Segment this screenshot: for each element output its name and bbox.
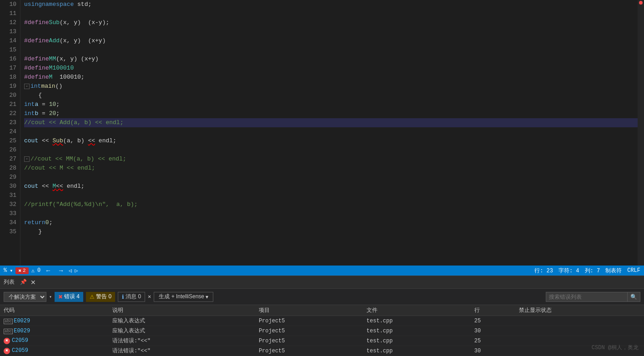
error-filter-button[interactable]: ✖ 错误 4 (55, 292, 83, 302)
error-code: C2059 (12, 347, 28, 354)
code-line-13[interactable] (24, 27, 638, 36)
scrollbar-right[interactable] (638, 0, 644, 266)
search-errors-button[interactable]: 🔍 (628, 292, 640, 302)
code-line-15[interactable] (24, 45, 638, 55)
pin-icon: 📌 (20, 279, 27, 286)
code-line-17[interactable]: #define M100010 (24, 64, 638, 73)
code-line-18[interactable]: #define M 100010; (24, 73, 638, 82)
error-row-3[interactable]: ✖C2059 语法错误:"<<" Project5 test.cpp 30 (0, 346, 644, 356)
info-circle-icon: ℹ (122, 294, 124, 300)
code-line-27[interactable]: -//cout << MM(a, b) << endl; (24, 155, 638, 164)
line-number-10: 10 (0, 0, 16, 9)
fold-19[interactable]: - (24, 84, 30, 89)
error-row-1[interactable]: abcE0029 应输入表达式 Project5 test.cpp 30 (0, 326, 644, 336)
error-project-cell: Project5 (255, 316, 363, 326)
line-number-12: 12 (0, 18, 16, 27)
line-number-30: 30 (0, 182, 16, 191)
error-code-cell: ✖C2059 (0, 346, 109, 356)
line-number-27: 27 (0, 155, 16, 164)
line-number-14: 14 (0, 36, 16, 45)
error-type-icon: ✖ (4, 338, 10, 344)
col-header-description: 说明 (109, 305, 255, 316)
warning-filter-button[interactable]: ⚠ 警告 0 (86, 292, 115, 302)
panel-header: 列表 📌 ✕ (0, 276, 644, 289)
line-number-28: 28 (0, 164, 16, 173)
dropdown-arrow-solution: ▾ (49, 294, 52, 300)
build-filter-button[interactable]: 生成 + IntelliSense ▾ (154, 292, 213, 302)
code-line-20[interactable]: { (24, 91, 638, 100)
close-panel-button[interactable]: ✕ (29, 279, 38, 286)
error-line-cell: 25 (471, 336, 515, 346)
line-number-18: 18 (0, 73, 16, 82)
line-number-15: 15 (0, 45, 16, 55)
back-button[interactable]: ← (43, 267, 53, 274)
code-line-31[interactable] (24, 191, 638, 200)
status-left: % ▾ ✖ 2 ⚠ 0 ← → ◁ ▷ (4, 267, 78, 274)
warning-filter-label: 警告 0 (96, 293, 111, 301)
error-code: C2059 (12, 337, 28, 344)
error-file-cell: test.cpp (363, 316, 471, 326)
error-line-cell: 30 (471, 326, 515, 336)
code-line-12[interactable]: #define Sub(x, y) (x-y); (24, 18, 638, 27)
warning-count: 0 (37, 267, 40, 274)
code-line-22[interactable]: int b = 20; (24, 109, 638, 118)
nav-arrow-left: ◁ (69, 267, 72, 274)
error-code-cell: abcE0029 (0, 326, 109, 336)
col-header-project: 项目 (255, 305, 363, 316)
code-container[interactable]: 1011121314151617181920212223242526272829… (0, 0, 644, 266)
error-project-cell: Project5 (255, 326, 363, 336)
search-errors-input[interactable] (546, 292, 628, 302)
code-line-10[interactable]: using namespace std; (24, 0, 638, 9)
code-lines[interactable]: using namespace std;#define Sub(x, y) (x… (20, 0, 638, 266)
code-line-14[interactable]: #define Add(x, y) (x+y) (24, 36, 638, 45)
warning-triangle-icon: ⚠ (90, 294, 95, 300)
code-line-26[interactable] (24, 145, 638, 155)
error-desc-cell: 语法错误:"<<" (109, 336, 255, 346)
solution-dropdown[interactable]: 个解决方案 (4, 292, 46, 302)
col-header-file: 文件 (363, 305, 471, 316)
error-suppress-cell (515, 326, 644, 336)
code-line-24[interactable] (24, 127, 638, 136)
char-info: 字符: 4 (558, 267, 579, 275)
code-line-33[interactable] (24, 209, 638, 218)
encoding-info: CRLF (627, 267, 640, 274)
code-line-19[interactable]: -int main() (24, 82, 638, 91)
error-code-cell: abcE0029 (0, 316, 109, 326)
line-info: 行: 23 (534, 267, 553, 275)
code-line-32[interactable]: //printf("Add(%d,%d)\n", a, b); (24, 200, 638, 209)
line-number-17: 17 (0, 64, 16, 73)
line-number-33: 33 (0, 209, 16, 218)
nav-arrow-right: ▷ (75, 267, 78, 274)
line-number-20: 20 (0, 91, 16, 100)
error-badge: ✖ 2 (15, 267, 28, 274)
code-line-30[interactable]: cout << M << endl; (24, 182, 638, 191)
code-line-28[interactable]: //cout << M << endl; (24, 164, 638, 173)
error-panel: 列表 📌 ✕ 个解决方案 ▾ ✖ 错误 4 ⚠ 警告 0 ℹ 消息 0 ✕ 生成… (0, 276, 644, 356)
code-line-34[interactable]: return 0; (24, 218, 638, 227)
status-right: 行: 23 字符: 4 列: 7 制表符 CRLF (534, 267, 640, 275)
abc-icon: abc (4, 319, 13, 324)
code-line-16[interactable]: #define MM(x, y) (x+y) (24, 55, 638, 64)
percent-indicator: % (4, 267, 7, 274)
forward-button[interactable]: → (56, 267, 66, 274)
code-line-35[interactable]: } (24, 227, 638, 236)
search-errors-area: 🔍 (546, 292, 640, 302)
editor-area: 1011121314151617181920212223242526272829… (0, 0, 644, 266)
fold-27[interactable]: - (24, 156, 30, 162)
code-line-11[interactable] (24, 9, 638, 18)
error-suppress-cell (515, 316, 644, 326)
code-line-25[interactable]: cout << Sub(a, b) << endl; (24, 136, 638, 145)
line-number-21: 21 (0, 100, 16, 109)
error-row-2[interactable]: ✖C2059 语法错误:"<<" Project5 test.cpp 25 (0, 336, 644, 346)
line-number-26: 26 (0, 145, 16, 155)
line-number-29: 29 (0, 173, 16, 182)
code-line-23[interactable]: //cout << Add(a, b) << endl; (24, 118, 638, 127)
code-line-29[interactable] (24, 173, 638, 182)
error-code: E0029 (14, 328, 30, 334)
error-row-0[interactable]: abcE0029 应输入表达式 Project5 test.cpp 25 (0, 316, 644, 326)
error-code: E0029 (14, 318, 30, 324)
build-dropdown-arrow: ▾ (206, 294, 208, 300)
code-line-21[interactable]: int a = 10; (24, 100, 638, 109)
line-number-11: 11 (0, 9, 16, 18)
info-filter-button[interactable]: ℹ 消息 0 (118, 292, 145, 302)
